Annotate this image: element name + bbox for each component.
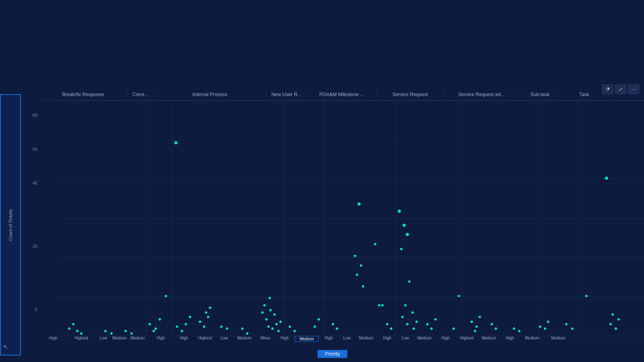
dot-bf-highest-1 [104, 330, 107, 332]
x-label-sr-med: Medium [413, 336, 436, 340]
dot-ip-highest-2 [226, 327, 228, 330]
dot-srw-high-3 [434, 318, 437, 321]
dot-poam-high-4 [356, 274, 358, 276]
dot-bf-highest-2 [110, 332, 113, 335]
x-label-bf-med2: Medium [128, 336, 148, 340]
dot-srw-high-1 [426, 323, 429, 325]
dot-sr-high-5 [408, 280, 411, 283]
x-label-srw-highest: Highest [456, 336, 478, 340]
dot-ip-high-3 [207, 316, 209, 318]
dot-ip-highest-1 [220, 325, 223, 328]
dot-sr-high-1 [398, 210, 401, 213]
dot-corre-med-3 [189, 316, 191, 318]
x-label-st-med: Medium [520, 336, 544, 340]
dot-srw-med-1 [471, 321, 473, 323]
dot-task-final-3 [617, 318, 620, 321]
x-label-bf-high: High [39, 336, 67, 340]
dot-nu-med-1 [332, 323, 334, 325]
dot-ip-minor-2 [293, 330, 296, 332]
dot-ip-med-11 [279, 321, 282, 323]
chart-container: Count of Tickets ↖ Break/fix Response Co… [0, 88, 644, 358]
dot-st-highest-1 [513, 327, 515, 330]
expand-icon-btn[interactable]: ⤢ [615, 84, 626, 94]
dot-poam-high-2 [354, 255, 356, 257]
column-headers: Break/fix Response Corre... Internal Pro… [39, 88, 644, 101]
dot-ip-high-1 [199, 321, 201, 323]
dot-ip-med-1 [261, 311, 264, 314]
toolbar-icons: ⧩ ⤢ ··· [602, 84, 639, 94]
dot-corre-med-2 [185, 323, 187, 325]
y-axis-label: Count of Tickets [8, 209, 13, 241]
dot-bf-med-1 [149, 323, 151, 325]
col-header-subtask: Sub-task [520, 88, 560, 100]
chart-main: Break/fix Response Corre... Internal Pro… [21, 88, 644, 358]
cursor-indicator: ↖ [3, 343, 8, 350]
top-area [0, 0, 644, 93]
dot-srw-high-2 [430, 327, 433, 330]
dot-corre-high [174, 141, 178, 144]
plot-area [57, 101, 644, 336]
x-label-srw-high: High [436, 336, 456, 340]
dot-task-final-4 [611, 313, 614, 316]
dot-ip-med-9 [273, 313, 276, 316]
dot-ip-minor-1 [289, 325, 291, 328]
y-axis-label-container: Count of Tickets ↖ [0, 94, 21, 356]
dot-ip-med-6 [263, 304, 266, 306]
y-tick-60: 60 [33, 113, 37, 117]
dot-srw-med-4 [474, 330, 476, 332]
filter-icon: ⧩ [606, 86, 610, 92]
dot-ip-high-5 [209, 306, 211, 309]
x-label-sr-low: Low [397, 336, 413, 340]
x-label-ip-low: Low [216, 336, 232, 340]
dot-bf-low-2 [130, 332, 133, 335]
dot-bf-high-1 [68, 327, 70, 330]
dot-srw-med-3 [479, 316, 481, 318]
dot-sr-low-3 [390, 327, 392, 330]
dot-nu-high-1 [314, 325, 316, 328]
col-header-poam: POA&M Milestone ... [307, 88, 377, 100]
x-label-sr-high: High [377, 336, 397, 340]
dot-st-high-1 [491, 323, 493, 325]
priority-badge: Priority [318, 350, 347, 358]
dot-bf-med-2 [155, 327, 157, 330]
dot-ip-med-5 [271, 327, 274, 330]
dot-poam-high-3 [360, 264, 362, 267]
dot-sr-med-3 [413, 327, 415, 330]
dot-ip-med-2 [265, 318, 268, 321]
dot-ip-high-4 [205, 311, 207, 314]
x-label-st-high: High [500, 336, 520, 340]
x-label-poam-high: High [319, 336, 339, 340]
dot-task-med2-1 [605, 177, 608, 180]
dot-bf-high-3 [72, 323, 74, 325]
dot-task-med-1 [585, 295, 588, 297]
x-label-ip-med: Medium [232, 336, 256, 340]
x-label-poam-med: Medium [355, 336, 377, 340]
y-ticks: 60 50 40 20 0 [21, 113, 39, 312]
dot-nu-high-2 [318, 318, 320, 321]
dot-srw-low-1 [452, 327, 455, 330]
dot-ip-low-1 [241, 327, 244, 330]
dot-poam-low-1 [378, 304, 380, 306]
dot-task-final-2 [615, 327, 617, 330]
dot-corre-low-1 [176, 325, 178, 328]
y-tick-40: 40 [33, 181, 37, 185]
x-label-task-med: Medium [544, 336, 572, 340]
y-tick-0: 0 [35, 307, 37, 312]
grid-lines [57, 101, 644, 336]
dot-sr-high-6 [404, 304, 407, 306]
dot-ip-med-7 [275, 323, 278, 325]
col-header-newuser: New User R... [266, 88, 307, 100]
dot-ip-med-4 [269, 309, 272, 311]
dot-sr-high-2 [402, 224, 406, 227]
filter-icon-btn[interactable]: ⧩ [602, 84, 613, 94]
dot-st-med-3 [547, 321, 549, 323]
more-icon-btn[interactable]: ··· [628, 84, 639, 94]
dot-bf-med-3 [159, 318, 161, 321]
dot-task-high-2 [571, 327, 574, 330]
col-header-sr: Service Request [377, 88, 444, 100]
dot-bf-high-4 [80, 332, 83, 335]
x-label-bf-highest: Highest [67, 336, 95, 340]
dot-ip-med-3 [267, 325, 270, 328]
dot-st-med-1 [539, 325, 541, 328]
col-header-task: Task [560, 88, 609, 100]
